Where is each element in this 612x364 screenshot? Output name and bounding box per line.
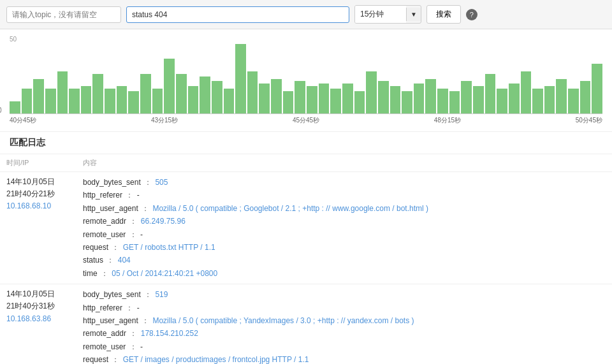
field-key: http_referer (83, 303, 122, 312)
field-value-link[interactable]: 505 (155, 178, 168, 187)
field-key: status (83, 256, 103, 265)
log-table: 时间/IP 内容 14年10月05日 21时40分21秒 10.168.68.1… (0, 154, 612, 364)
log-field: request ： GET / images / productimages /… (83, 353, 606, 364)
field-value-link[interactable]: GET / robots.txt HTTP / 1.1 (123, 243, 215, 252)
field-value-link[interactable]: Mozilla / 5.0 ( compatible ; YandexImage… (152, 316, 414, 325)
log-field: status ： 404 (83, 254, 606, 266)
field-key: body_bytes_sent (83, 290, 141, 299)
log-field: remote_user ： - (83, 340, 606, 353)
log-field: remote_addr ： 66.249.75.96 (83, 215, 606, 228)
chart-container: 0 0 (10, 44, 602, 114)
table-row: 14年10月05日 21时40分21秒 10.168.68.10 body_by… (0, 172, 612, 284)
chart-x-label: 48分15秒 (434, 116, 461, 125)
field-value: - (140, 230, 143, 239)
table-row: 14年10月05日 21时40分31秒 10.168.63.86 body_by… (0, 284, 612, 364)
field-sep: ： (129, 230, 137, 239)
time-value: 15分钟 (355, 6, 406, 23)
field-sep: ： (129, 217, 137, 226)
field-value-link[interactable]: 66.249.75.96 (141, 217, 186, 226)
field-key: http_user_agent (83, 204, 138, 213)
log-field: http_user_agent ： Mozilla / 5.0 ( compat… (83, 314, 606, 327)
chart-bar (235, 44, 246, 113)
field-value: - (137, 191, 140, 200)
log-field: remote_addr ： 178.154.210.252 (83, 327, 606, 340)
chart-y-label: 50 (10, 36, 602, 43)
field-sep: ： (129, 342, 137, 351)
field-key: body_bytes_sent (83, 178, 141, 187)
chart-x-label: 45分45秒 (293, 116, 319, 125)
chart-area: 50 0 0 40分45秒43分15秒45分45秒48分15秒50分45秒 (0, 29, 612, 132)
field-sep: ： (142, 316, 149, 325)
field-value-link[interactable]: 05 / Oct / 2014:21:40:21 +0800 (112, 269, 217, 278)
field-key: request (83, 243, 108, 252)
log-ip: 10.168.68.10 (6, 200, 70, 212)
log-field: http_referer ： - (83, 189, 606, 201)
cell-content: body_bytes_sent ： 519 http_referer ： - h… (76, 284, 612, 364)
chart-zero: 0 (0, 106, 2, 113)
field-sep: ： (126, 191, 133, 200)
log-field: request ： GET / robots.txt HTTP / 1.1 (83, 241, 606, 254)
field-key: http_user_agent (83, 316, 138, 325)
log-time: 21时40分31秒 (6, 300, 70, 312)
field-value-link[interactable]: GET / images / productimages / frontcol.… (123, 355, 309, 364)
field-key: http_referer (83, 191, 122, 200)
search-button[interactable]: 搜索 (426, 5, 461, 24)
field-sep: ： (101, 269, 108, 278)
field-value-link[interactable]: 404 (118, 256, 131, 265)
log-field: http_referer ： - (83, 302, 606, 314)
chart-x-labels: 40分45秒43分15秒45分45秒48分15秒50分45秒 (10, 114, 602, 128)
chart-x-label: 50分45秒 (576, 116, 602, 125)
table-header: 时间/IP 内容 (0, 154, 612, 172)
field-sep: ： (129, 329, 137, 338)
field-value-link[interactable]: 178.154.210.252 (141, 329, 198, 338)
field-sep: ： (142, 204, 149, 213)
field-key: remote_addr (83, 217, 126, 226)
section-title: 匹配日志 (0, 132, 612, 154)
time-dropdown-btn[interactable]: ▼ (406, 8, 421, 21)
field-value: - (137, 303, 140, 312)
field-key: time (83, 269, 98, 278)
field-key: request (83, 355, 108, 364)
log-field: http_user_agent ： Mozilla / 5.0 ( compat… (83, 202, 606, 215)
chart-bar (164, 59, 175, 113)
log-ip: 10.168.63.86 (6, 313, 70, 325)
col-content: 内容 (76, 154, 612, 172)
field-value-link[interactable]: 519 (155, 290, 168, 299)
chart-x-label: 43分15秒 (151, 116, 178, 125)
query-input[interactable] (126, 6, 349, 23)
field-sep: ： (106, 256, 114, 265)
topic-input[interactable] (6, 6, 121, 23)
log-date: 14年10月05日 (6, 288, 70, 300)
top-bar: 15分钟 ▼ 搜索 ? (0, 0, 612, 29)
field-value: - (140, 342, 143, 351)
cell-time-ip: 14年10月05日 21时40分31秒 10.168.63.86 (0, 284, 76, 364)
log-field: body_bytes_sent ： 519 (83, 288, 606, 301)
log-date: 14年10月05日 (6, 176, 70, 188)
log-field: remote_user ： - (83, 228, 606, 241)
field-sep: ： (144, 290, 152, 299)
log-time: 21时40分21秒 (6, 188, 70, 200)
chart-bar (592, 64, 602, 113)
field-key: remote_user (83, 342, 126, 351)
log-field: body_bytes_sent ： 505 (83, 176, 606, 189)
field-value-link[interactable]: Mozilla / 5.0 ( compatible ; Googlebot /… (152, 204, 428, 213)
chart-zero-label: 0 (0, 107, 602, 114)
field-key: remote_user (83, 230, 126, 239)
field-sep: ： (112, 355, 119, 364)
field-sep: ： (144, 178, 152, 187)
help-icon[interactable]: ? (466, 9, 477, 20)
field-sep: ： (126, 303, 133, 312)
log-field: time ： 05 / Oct / 2014:21:40:21 +0800 (83, 267, 606, 280)
time-select-wrapper: 15分钟 ▼ (354, 5, 421, 24)
cell-content: body_bytes_sent ： 505 http_referer ： - h… (76, 172, 612, 284)
field-sep: ： (112, 243, 119, 252)
field-key: remote_addr (83, 329, 126, 338)
col-time-ip: 时间/IP (0, 154, 76, 172)
chart-x-label: 40分45秒 (10, 116, 36, 125)
cell-time-ip: 14年10月05日 21时40分21秒 10.168.68.10 (0, 172, 76, 284)
